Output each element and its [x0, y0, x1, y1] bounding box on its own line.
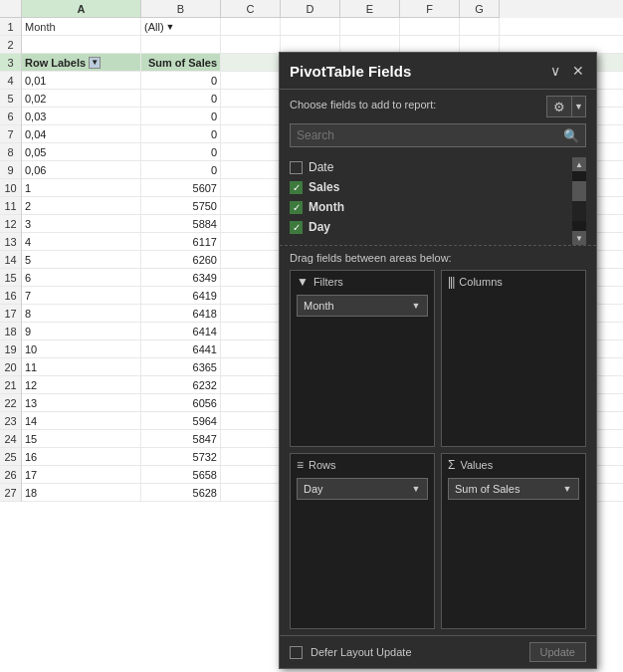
row-num-4: 4: [0, 72, 21, 90]
col-header-d: D: [281, 0, 340, 18]
scroll-up-button[interactable]: ▲: [572, 157, 586, 171]
row-num-10: 10: [0, 179, 21, 197]
row-num-27: 27: [0, 484, 21, 502]
columns-area: ||| Columns: [441, 270, 586, 447]
filters-area: ▼ Filters Month ▼: [290, 270, 435, 447]
scroll-down-button[interactable]: ▼: [572, 231, 586, 245]
update-button[interactable]: Update: [529, 642, 586, 662]
empty-cell-1e: [340, 18, 400, 35]
row-num-13: 13: [0, 233, 21, 251]
empty-cell-1c: [221, 18, 281, 35]
chevron-down-icon[interactable]: ∨: [548, 61, 562, 81]
rows-field-dropdown-icon[interactable]: ▼: [409, 479, 423, 499]
row-labels-header: Row Labels ▼: [22, 54, 141, 71]
col-headers: A B C D E F G: [0, 0, 623, 18]
filters-field-dropdown-icon[interactable]: ▼: [409, 296, 423, 316]
col-header-a: A: [22, 0, 141, 18]
row-num-22: 22: [0, 394, 21, 412]
col-header-c: C: [221, 0, 281, 18]
row-num-25: 25: [0, 448, 21, 466]
scroll-thumb-black: [572, 201, 586, 221]
columns-header: ||| Columns: [448, 275, 579, 289]
field-date[interactable]: Date: [290, 157, 570, 177]
row-num-17: 17: [0, 305, 21, 323]
choose-fields-label: Choose fields to add to report:: [290, 99, 436, 111]
row-num-23: 23: [0, 412, 21, 430]
values-field-tag[interactable]: Sum of Sales ▼: [448, 478, 579, 500]
pivot-footer: Defer Layout Update Update: [280, 635, 596, 668]
row-num-16: 16: [0, 287, 21, 305]
row-num-5: 5: [0, 90, 21, 108]
row-num-9: 9: [0, 161, 21, 179]
month-filter-value[interactable]: (All) ▼: [141, 18, 221, 35]
rows-field-name: Day: [304, 483, 323, 495]
filters-empty-space: [297, 317, 428, 442]
rows-label: Rows: [309, 459, 336, 471]
row-numbers: 1 2 3 4 5 6 7 8 9 10 11 12 13 14 15 16 1…: [0, 18, 22, 502]
field-month[interactable]: Month: [290, 197, 570, 217]
gear-button-group: ⚙ ▼: [546, 96, 586, 117]
row-num-15: 15: [0, 269, 21, 287]
row-num-26: 26: [0, 466, 21, 484]
pivot-panel-title: PivotTable Fields: [290, 63, 548, 80]
corner-cell: [0, 0, 22, 18]
col-header-g: G: [460, 0, 500, 18]
field-sales-label: Sales: [309, 180, 339, 194]
values-header: Σ Values: [448, 458, 579, 472]
rows-icon: ≡: [297, 458, 304, 472]
col-header-e: E: [340, 0, 400, 18]
field-date-label: Date: [309, 160, 333, 174]
filter-row: Month (All) ▼: [22, 18, 623, 36]
rows-empty-space: [297, 500, 428, 625]
values-field-dropdown-icon[interactable]: ▼: [560, 479, 574, 499]
row-num-7: 7: [0, 125, 21, 143]
row-num-20: 20: [0, 358, 21, 376]
values-empty-space: [448, 500, 579, 625]
field-sales-checkbox[interactable]: [290, 181, 303, 194]
fields-list-container: Date Sales Month Day ▲ ▼: [280, 157, 596, 246]
defer-layout-label: Defer Layout Update: [311, 646, 521, 658]
row-num-21: 21: [0, 376, 21, 394]
row-num-12: 12: [0, 215, 21, 233]
rows-area: ≡ Rows Day ▼: [290, 453, 435, 630]
row-num-2: 2: [0, 36, 21, 54]
row-labels-filter-icon[interactable]: ▼: [89, 57, 101, 69]
search-icon: 🔍: [563, 128, 579, 143]
filters-header: ▼ Filters: [297, 275, 428, 289]
columns-icon: |||: [448, 275, 454, 289]
field-sales[interactable]: Sales: [290, 177, 570, 197]
drag-areas-grid: ▼ Filters Month ▼ ||| Columns: [290, 270, 586, 629]
row-num-8: 8: [0, 143, 21, 161]
row-num-19: 19: [0, 340, 21, 358]
row-num-3: 3: [0, 54, 21, 72]
row-num-11: 11: [0, 197, 21, 215]
filters-label: Filters: [313, 276, 343, 288]
fields-list: Date Sales Month Day: [290, 157, 586, 237]
close-icon[interactable]: ✕: [570, 61, 586, 81]
search-box: 🔍: [290, 123, 586, 147]
columns-empty-space: [448, 293, 579, 442]
sigma-icon: Σ: [448, 458, 455, 472]
sum-of-sales-header: Sum of Sales: [141, 54, 221, 71]
rows-header: ≡ Rows: [297, 458, 428, 472]
rows-field-tag[interactable]: Day ▼: [297, 478, 428, 500]
month-label: Month: [22, 18, 141, 35]
pivot-header-icons: ∨ ✕: [548, 61, 586, 81]
choose-fields-section: Choose fields to add to report: ⚙ ▼ 🔍: [280, 90, 596, 157]
field-month-checkbox[interactable]: [290, 201, 303, 214]
filters-field-tag[interactable]: Month ▼: [297, 295, 428, 317]
filter-dropdown-icon[interactable]: ▼: [166, 18, 175, 35]
field-day[interactable]: Day: [290, 217, 570, 237]
defer-layout-checkbox[interactable]: [290, 646, 303, 659]
gear-settings-button[interactable]: ⚙: [546, 96, 572, 117]
drag-label: Drag fields between areas below:: [290, 252, 586, 264]
gear-dropdown-button[interactable]: ▼: [572, 96, 586, 117]
filters-field-name: Month: [304, 300, 334, 312]
drag-section: Drag fields between areas below: ▼ Filte…: [280, 246, 596, 635]
row-num-14: 14: [0, 251, 21, 269]
search-input[interactable]: [297, 128, 563, 142]
field-date-checkbox[interactable]: [290, 161, 303, 174]
empty-cell-1d: [281, 18, 340, 35]
col-header-f: F: [400, 0, 460, 18]
field-day-checkbox[interactable]: [290, 221, 303, 234]
